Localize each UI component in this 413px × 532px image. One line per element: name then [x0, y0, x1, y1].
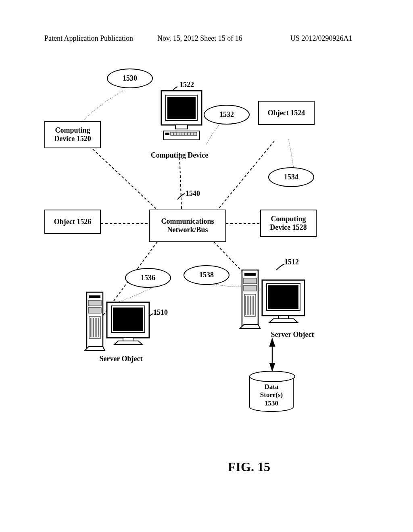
svg-rect-38 — [113, 308, 143, 331]
svg-line-1 — [179, 153, 181, 210]
header-sheet: Nov. 15, 2012 Sheet 15 of 16 — [157, 34, 242, 43]
label-data-store: Data Store(s) 1530 — [249, 383, 294, 407]
label-computing-device-1528: Computing Device 1528 — [270, 215, 307, 232]
svg-rect-44 — [244, 294, 256, 316]
label-computing-device-center: Computing Device — [143, 151, 216, 160]
svg-rect-55 — [278, 316, 288, 319]
label-server-object-right: Server Object — [260, 330, 325, 339]
svg-rect-26 — [88, 300, 101, 306]
box-object-1526: Object 1526 — [44, 210, 101, 234]
svg-rect-42 — [244, 278, 257, 284]
svg-rect-43 — [244, 285, 257, 291]
label-comm-network: Communications Network/Bus — [161, 217, 214, 234]
ref-1532: 1532 — [219, 110, 234, 119]
box-comm-network: Communications Network/Bus — [149, 210, 226, 242]
figure-diagram: 1530 1532 1534 1536 1538 Computing Devic… — [36, 64, 367, 447]
label-computing-device-1520: Computing Device 1520 — [54, 126, 91, 143]
data-store-cylinder: Data Store(s) 1530 — [249, 371, 294, 415]
ref-1534: 1534 — [284, 173, 298, 181]
ref-1540: 1540 — [186, 189, 200, 198]
box-computing-device-1528: Computing Device 1528 — [260, 210, 317, 237]
ref-1522: 1522 — [179, 81, 194, 89]
ref-1530: 1530 — [123, 74, 137, 83]
server-left-icon — [83, 288, 155, 357]
svg-rect-27 — [88, 308, 101, 313]
svg-rect-14 — [165, 133, 169, 135]
figure-label: FIG. 15 — [228, 459, 270, 474]
ellipse-1536: 1536 — [125, 268, 171, 288]
svg-rect-54 — [268, 285, 298, 309]
ellipse-1530: 1530 — [107, 69, 153, 88]
ellipse-1532: 1532 — [204, 105, 250, 125]
svg-rect-12 — [175, 125, 188, 129]
box-computing-device-1520: Computing Device 1520 — [44, 121, 101, 148]
label-object-1524: Object 1524 — [268, 109, 305, 117]
svg-rect-25 — [89, 295, 100, 298]
server-right-icon — [238, 266, 311, 335]
ellipse-1538: 1538 — [184, 265, 229, 285]
label-server-object-left: Server Object — [89, 355, 153, 363]
ref-1538: 1538 — [199, 271, 214, 279]
header-publication: Patent Application Publication — [44, 34, 133, 43]
svg-line-2 — [218, 141, 274, 210]
svg-rect-11 — [167, 97, 196, 119]
label-object-1526: Object 1526 — [54, 218, 91, 226]
ref-1536: 1536 — [141, 274, 155, 282]
header-docnum: US 2012/0290926A1 — [290, 34, 353, 43]
svg-rect-39 — [123, 338, 133, 341]
box-object-1524: Object 1524 — [258, 101, 315, 125]
svg-rect-28 — [89, 316, 100, 339]
ellipse-1534: 1534 — [268, 167, 314, 187]
svg-rect-41 — [244, 273, 256, 276]
ref-1512: 1512 — [284, 258, 299, 266]
ref-1510: 1510 — [153, 308, 168, 317]
svg-rect-15 — [171, 132, 197, 135]
computer-monitor-icon — [155, 87, 208, 151]
